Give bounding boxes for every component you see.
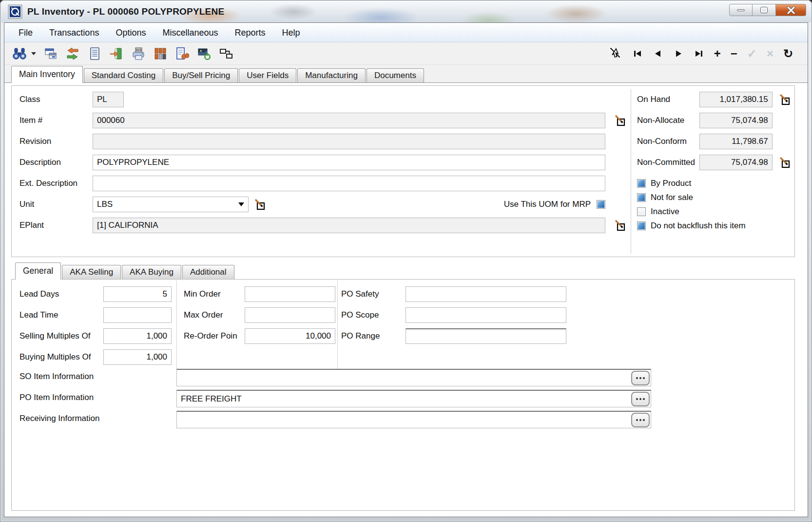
- lead-time-field[interactable]: [103, 307, 172, 323]
- chevron-down-icon[interactable]: [238, 202, 244, 206]
- image-export-icon[interactable]: [197, 46, 212, 61]
- tab-documents[interactable]: Documents: [367, 68, 424, 82]
- find-dropdown-arrow[interactable]: [31, 52, 36, 55]
- ext-description-label: Ext. Description: [19, 179, 93, 188]
- menu-file[interactable]: File: [10, 23, 41, 42]
- on-hand-note-icon[interactable]: [778, 93, 792, 106]
- uom-mrp-checkbox[interactable]: [597, 200, 605, 209]
- so-info-ellipsis-button[interactable]: [631, 371, 650, 385]
- menu-transactions[interactable]: Transactions: [41, 23, 107, 42]
- non-conform-label: Non-Conform: [637, 137, 699, 146]
- main-tab-bar: Main Inventory Standard Costing Buy/Sell…: [4, 65, 808, 82]
- find-icon[interactable]: [12, 46, 27, 61]
- minimize-button[interactable]: [729, 4, 753, 16]
- class-field[interactable]: PL: [93, 92, 124, 107]
- subtab-aka-buying[interactable]: AKA Buying: [122, 265, 181, 279]
- buying-multiples-label: Buying Multiples Of: [19, 349, 91, 365]
- label-grid-icon[interactable]: [153, 46, 168, 61]
- min-order-label: Min Order: [184, 286, 221, 302]
- po-info-field[interactable]: FREE FREIGHT: [176, 390, 651, 407]
- tab-user-fields[interactable]: User Fields: [239, 68, 296, 82]
- unit-combobox[interactable]: LBS: [93, 197, 249, 212]
- reorder-point-field[interactable]: 10,000: [245, 328, 335, 344]
- unit-note-icon[interactable]: [253, 198, 267, 211]
- flag-inactive[interactable]: Inactive: [637, 204, 792, 219]
- description-field[interactable]: POLYPROPYLENE: [93, 155, 605, 170]
- insert-record-icon[interactable]: +: [714, 46, 721, 61]
- cascade-windows-icon[interactable]: [43, 46, 58, 61]
- no-backflush-label: Do not backflush this item: [651, 221, 746, 231]
- print-barcode-icon[interactable]: [131, 46, 146, 61]
- so-info-field[interactable]: [176, 369, 651, 386]
- flag-not-for-sale[interactable]: Not for sale: [637, 190, 792, 204]
- not-for-sale-checkbox[interactable]: [637, 193, 646, 202]
- app-window: PL Inventory - PL 000060 POLYPROPYLENE F…: [0, 0, 812, 522]
- non-committed-note-icon[interactable]: [778, 156, 792, 169]
- eplant-note-icon[interactable]: [614, 219, 627, 232]
- main-inventory-page: Class PL Item # 000060: [4, 82, 808, 517]
- maximize-button[interactable]: [753, 4, 776, 16]
- detail-panel: General AKA Selling AKA Buying Additiona…: [11, 262, 795, 511]
- refresh-icon[interactable]: ↻: [783, 46, 793, 61]
- report-lookup-icon[interactable]: [175, 46, 190, 61]
- lead-days-label: Lead Days: [19, 286, 59, 302]
- so-info-label: SO Item Information: [19, 369, 94, 384]
- po-safety-field[interactable]: [406, 286, 566, 302]
- inactive-checkbox[interactable]: [637, 207, 646, 216]
- po-range-label: PO Range: [341, 328, 380, 344]
- notes-icon[interactable]: [87, 46, 102, 61]
- receiving-info-label: Receiving Information: [19, 411, 99, 426]
- eplant-field[interactable]: [1] CALIFORNIA: [93, 218, 605, 233]
- non-allocate-value: 75,074.98: [699, 113, 773, 128]
- item-note-icon[interactable]: [614, 114, 627, 127]
- selling-multiples-field[interactable]: 1,000: [103, 328, 172, 344]
- buying-multiples-field[interactable]: 1,000: [103, 349, 172, 365]
- flag-by-product[interactable]: By Product: [637, 176, 792, 190]
- maximize-icon: [761, 7, 767, 13]
- revision-field[interactable]: [93, 134, 605, 149]
- hierarchy-icon[interactable]: [219, 46, 233, 61]
- receiving-info-field[interactable]: [176, 411, 651, 428]
- no-backflush-checkbox[interactable]: [637, 221, 646, 230]
- delete-record-icon[interactable]: −: [731, 46, 737, 61]
- first-record-icon[interactable]: [632, 48, 643, 59]
- ext-description-field[interactable]: [93, 176, 605, 191]
- subtab-aka-selling[interactable]: AKA Selling: [62, 265, 121, 279]
- ellipsis-icon: [639, 377, 641, 379]
- receiving-info-ellipsis-button[interactable]: [631, 413, 650, 427]
- lead-days-field[interactable]: 5: [103, 286, 172, 302]
- po-scope-field[interactable]: [406, 307, 566, 323]
- item-number-field[interactable]: 000060: [93, 113, 605, 128]
- toolbar: + − ✓ × ↻: [4, 42, 808, 65]
- tab-standard-costing[interactable]: Standard Costing: [84, 68, 163, 82]
- subtab-general[interactable]: General: [15, 262, 61, 280]
- menu-options[interactable]: Options: [107, 23, 154, 42]
- tab-manufacturing[interactable]: Manufacturing: [297, 68, 366, 82]
- last-record-icon[interactable]: [694, 48, 704, 59]
- non-allocate-label: Non-Allocate: [637, 116, 699, 125]
- menu-help[interactable]: Help: [274, 23, 309, 42]
- menu-reports[interactable]: Reports: [227, 23, 274, 42]
- min-order-field[interactable]: [245, 286, 335, 302]
- flag-no-backflush[interactable]: Do not backflush this item: [637, 219, 792, 233]
- transfer-arrows-icon[interactable]: [65, 46, 80, 61]
- po-info-value: FREE FREIGHT: [181, 394, 242, 404]
- next-record-icon[interactable]: [673, 48, 684, 59]
- po-info-ellipsis-button[interactable]: [631, 392, 650, 406]
- tab-main-inventory[interactable]: Main Inventory: [11, 66, 83, 83]
- uom-mrp-label: Use This UOM for MRP: [504, 200, 591, 209]
- item-number-label: Item #: [19, 116, 93, 125]
- inactive-label: Inactive: [651, 207, 679, 217]
- tab-buy-sell-pricing[interactable]: Buy/Sell Pricing: [164, 68, 238, 82]
- column-divider: [337, 281, 338, 371]
- prior-record-icon[interactable]: [653, 48, 663, 59]
- exit-book-icon[interactable]: [109, 46, 124, 61]
- max-order-field[interactable]: [245, 307, 335, 323]
- subtab-additional[interactable]: Additional: [182, 265, 234, 279]
- non-conform-value: 11,798.67: [699, 134, 773, 149]
- by-product-checkbox[interactable]: [637, 179, 646, 188]
- eplant-label: EPlant: [19, 221, 93, 230]
- menu-miscellaneous[interactable]: Miscellaneous: [154, 23, 226, 42]
- close-button[interactable]: [776, 4, 806, 16]
- po-range-field[interactable]: [406, 328, 566, 344]
